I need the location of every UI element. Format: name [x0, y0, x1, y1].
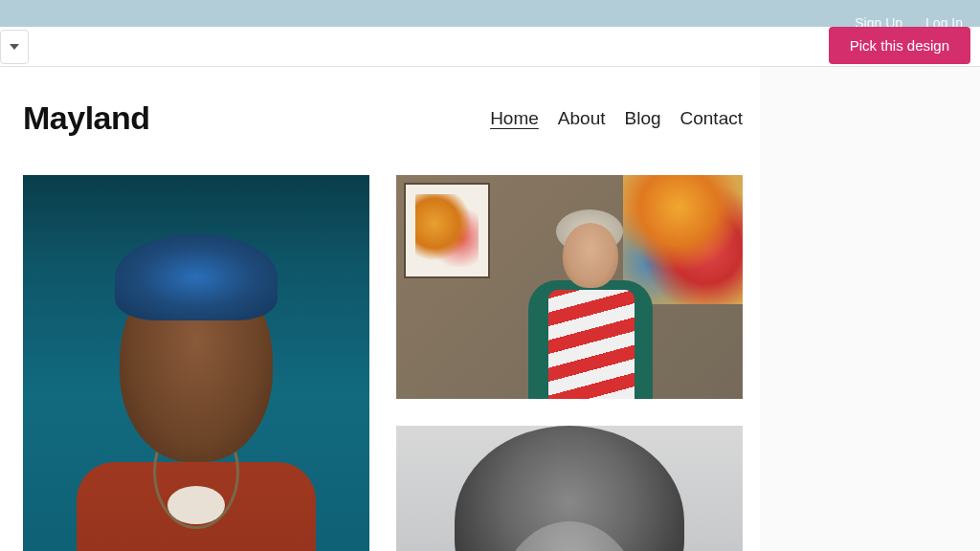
preview-scroll[interactable]: Mayland Home About Blog Contact	[6, 73, 760, 551]
chevron-down-icon	[10, 44, 19, 50]
nav-about[interactable]: About	[558, 108, 606, 129]
nav-blog[interactable]: Blog	[624, 108, 660, 129]
gallery-col-right	[396, 175, 743, 551]
pick-design-button[interactable]: Pick this design	[829, 27, 970, 64]
painting-right	[623, 175, 743, 304]
gallery-image-portrait-woman[interactable]	[23, 175, 369, 551]
site-header: Mayland Home About Blog Contact	[23, 92, 743, 175]
top-strip: Sign Up Log In	[0, 0, 980, 27]
gallery-image-artist[interactable]	[396, 175, 743, 399]
content-frame: Mayland Home About Blog Contact	[0, 67, 980, 551]
toolbar: Pick this design	[0, 27, 980, 67]
artist-apron	[548, 290, 635, 399]
artist-head	[563, 223, 618, 288]
site-nav: Home About Blog Contact	[490, 108, 743, 129]
nav-home[interactable]: Home	[490, 108, 539, 129]
gallery	[23, 175, 743, 551]
gallery-col-left	[23, 175, 369, 551]
site-title[interactable]: Mayland	[23, 99, 150, 137]
portrait-collar	[167, 486, 225, 524]
portrait-headband	[115, 234, 278, 320]
side-panel	[760, 67, 980, 551]
dropdown-button[interactable]	[0, 30, 29, 64]
preview-pane: Mayland Home About Blog Contact	[6, 73, 760, 551]
preview-inner: Mayland Home About Blog Contact	[6, 73, 760, 551]
gallery-image-bw-portrait[interactable]	[396, 426, 743, 551]
framed-painting-left	[404, 183, 490, 278]
nav-contact[interactable]: Contact	[680, 108, 743, 129]
